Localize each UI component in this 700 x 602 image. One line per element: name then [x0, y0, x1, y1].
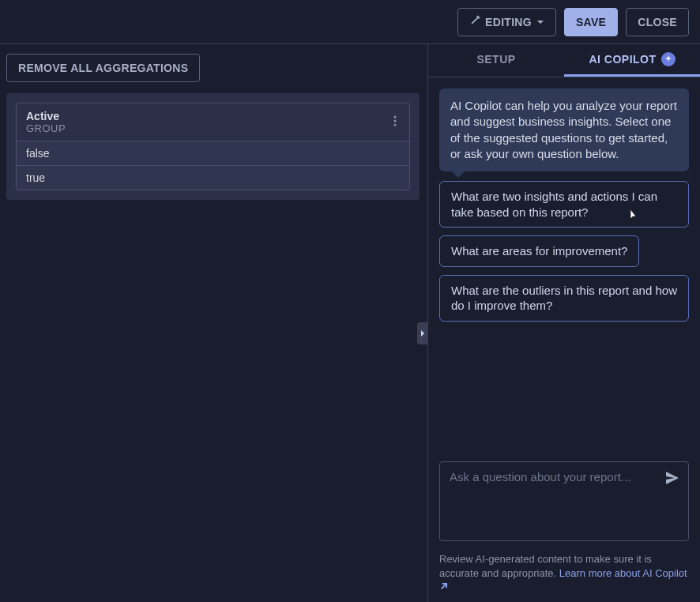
left-panel: REMOVE ALL AGGREGATIONS Active GROUP fal… [0, 44, 428, 602]
editing-dropdown-button[interactable]: EDITING [457, 8, 556, 36]
save-button[interactable]: SAVE [564, 8, 618, 36]
aggregation-title: Active [26, 110, 66, 122]
tab-ai-copilot-label: AI COPILOT [589, 53, 656, 66]
aggregation-inner: Active GROUP false true [16, 103, 410, 190]
suggestion-button[interactable]: What are the outliers in this report and… [439, 275, 689, 322]
svg-point-1 [394, 120, 397, 122]
close-label: CLOSE [638, 16, 677, 28]
right-panel-tabs: SETUP AI COPILOT [428, 44, 700, 77]
chat-input-wrap [428, 461, 700, 547]
tab-ai-copilot[interactable]: AI COPILOT [564, 44, 700, 77]
aggregation-header: Active GROUP [17, 103, 409, 141]
kebab-menu-icon[interactable] [390, 112, 400, 132]
aggregation-row[interactable]: false [17, 141, 409, 165]
suggestion-button[interactable]: What are two insights and actions I can … [439, 181, 689, 228]
arrow-right-icon [420, 327, 426, 340]
aggregation-subtitle: GROUP [26, 122, 66, 134]
chat-spacer [439, 331, 689, 456]
aggregation-title-block: Active GROUP [26, 110, 66, 134]
chevron-down-icon [536, 16, 544, 28]
svg-point-2 [394, 124, 397, 126]
pencil-icon [469, 15, 480, 28]
main-split: REMOVE ALL AGGREGATIONS Active GROUP fal… [0, 44, 700, 602]
chat-input-box [439, 461, 689, 541]
editing-label: EDITING [485, 16, 532, 28]
copilot-chat-area: AI Copilot can help you analyze your rep… [428, 77, 700, 461]
top-toolbar: EDITING SAVE CLOSE [0, 0, 700, 44]
sparkle-icon [661, 52, 676, 66]
svg-point-0 [394, 116, 397, 119]
send-icon[interactable] [666, 472, 679, 487]
remove-all-aggregations-label: REMOVE ALL AGGREGATIONS [18, 62, 188, 74]
close-button[interactable]: CLOSE [626, 8, 689, 36]
chat-input[interactable] [450, 470, 657, 530]
tab-setup-label: SETUP [476, 53, 515, 66]
right-panel: SETUP AI COPILOT AI Copilot can help you… [428, 44, 700, 602]
suggestion-button[interactable]: What are areas for improvement? [439, 235, 639, 267]
save-label: SAVE [576, 16, 606, 28]
tab-setup[interactable]: SETUP [428, 44, 564, 77]
learn-more-label: Learn more about AI Copilot [559, 567, 687, 579]
aggregation-card: Active GROUP false true [6, 93, 420, 200]
copilot-suggestions: What are two insights and actions I can … [439, 181, 689, 322]
copilot-disclaimer: Review AI-generated content to make sure… [428, 547, 700, 602]
external-link-icon [439, 581, 448, 593]
copilot-intro-message: AI Copilot can help you analyze your rep… [439, 88, 689, 171]
remove-all-aggregations-button[interactable]: REMOVE ALL AGGREGATIONS [6, 54, 200, 82]
aggregation-row[interactable]: true [17, 165, 409, 190]
panel-collapse-handle[interactable] [417, 322, 428, 344]
